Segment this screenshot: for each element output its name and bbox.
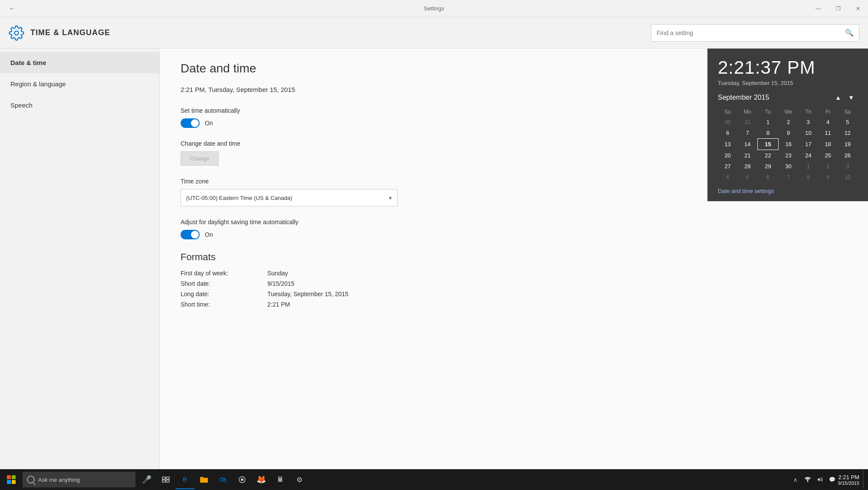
dst-toggle[interactable]: [181, 230, 200, 239]
minimize-button[interactable]: —: [808, 2, 828, 16]
calendar-day[interactable]: 15: [758, 139, 779, 150]
calendar-day-header: Sa: [838, 107, 857, 117]
dst-value: On: [205, 231, 213, 238]
calendar-day[interactable]: 1: [758, 117, 779, 127]
calendar-day[interactable]: 23: [778, 150, 798, 161]
short-time-key: Short time:: [181, 301, 267, 308]
calendar-popup: 2:21:37 PM Tuesday, September 15, 2015 S…: [707, 49, 868, 201]
calendar-day[interactable]: 22: [758, 150, 779, 161]
calendar-day[interactable]: 20: [718, 150, 737, 161]
window-title: Settings: [424, 5, 444, 12]
calendar-day[interactable]: 17: [799, 139, 818, 150]
maximize-button[interactable]: ❐: [828, 2, 848, 16]
calendar-day[interactable]: 1: [799, 161, 818, 172]
store-button[interactable]: 🛍: [214, 470, 233, 489]
calendar-next-button[interactable]: ▼: [845, 93, 858, 102]
calendar-day[interactable]: 18: [818, 139, 838, 150]
calendar-day[interactable]: 6: [718, 127, 737, 139]
set-time-auto-toggle[interactable]: [181, 118, 200, 128]
chat-icon[interactable]: 💬: [826, 470, 838, 489]
volume-icon[interactable]: [814, 470, 826, 489]
settings-taskbar-button[interactable]: ⚙: [290, 470, 309, 489]
svg-rect-5: [162, 477, 165, 479]
mic-button[interactable]: 🎤: [137, 470, 156, 489]
taskbar-search-bar[interactable]: Ask me anything: [23, 472, 135, 487]
calendar-day[interactable]: 2: [778, 117, 798, 127]
close-button[interactable]: ✕: [848, 2, 868, 16]
calendar-day[interactable]: 30: [718, 117, 737, 127]
start-button[interactable]: [2, 470, 21, 489]
calendar-day[interactable]: 16: [778, 139, 798, 150]
firefox-button[interactable]: 🦊: [252, 470, 271, 489]
calendar-day[interactable]: 21: [737, 150, 757, 161]
calendar-day[interactable]: 29: [758, 161, 779, 172]
calendar-day[interactable]: 2: [818, 161, 838, 172]
calendar-day[interactable]: 12: [838, 127, 857, 139]
taskbar-clock[interactable]: 2:21 PM 9/15/2015: [838, 474, 863, 486]
calendar-day[interactable]: 31: [737, 117, 757, 127]
calendar-day[interactable]: 4: [718, 172, 737, 183]
first-day-row: First day of week: Sunday: [181, 270, 847, 277]
calendar-day[interactable]: 10: [838, 172, 857, 183]
chevron-up-icon[interactable]: ∧: [789, 470, 802, 489]
notification-area: ∧ 💬: [789, 470, 838, 489]
svg-rect-7: [162, 480, 165, 482]
short-time-value: 2:21 PM: [267, 301, 290, 308]
calendar-day[interactable]: 9: [818, 172, 838, 183]
calculator-button[interactable]: 🖩: [271, 470, 290, 489]
date-time-settings-link[interactable]: Date and time settings: [718, 188, 858, 194]
svg-point-13: [807, 481, 809, 482]
calendar-day[interactable]: 6: [758, 172, 779, 183]
calendar-day[interactable]: 5: [737, 172, 757, 183]
sidebar-item-date-time[interactable]: Date & time: [0, 52, 159, 73]
calendar-day[interactable]: 5: [838, 117, 857, 127]
calendar-day[interactable]: 7: [737, 127, 757, 139]
calendar-day[interactable]: 26: [838, 150, 857, 161]
explorer-button[interactable]: [194, 470, 214, 489]
calendar-day[interactable]: 10: [799, 127, 818, 139]
calendar-day[interactable]: 19: [838, 139, 857, 150]
calendar-prev-button[interactable]: ▲: [832, 93, 845, 102]
task-view-button[interactable]: [156, 470, 175, 489]
calendar-day[interactable]: 13: [718, 139, 737, 150]
clock-date: Tuesday, September 15, 2015: [718, 80, 858, 86]
calendar-month-year: September 2015: [718, 94, 832, 101]
calendar-day[interactable]: 8: [799, 172, 818, 183]
cortana-app-button[interactable]: [233, 470, 252, 489]
sidebar-item-speech[interactable]: Speech: [0, 95, 159, 116]
calendar-day[interactable]: 28: [737, 161, 757, 172]
app-header: TIME & LANGUAGE 🔍: [0, 17, 868, 49]
edge-button[interactable]: e: [175, 470, 194, 489]
svg-rect-4: [12, 480, 16, 484]
clock-time: 2:21:37 PM: [718, 57, 858, 78]
short-date-row: Short date: 9/15/2015: [181, 280, 847, 287]
change-button[interactable]: Change: [181, 151, 219, 166]
calendar-day[interactable]: 25: [818, 150, 838, 161]
set-time-auto-value: On: [205, 120, 213, 127]
calendar-day[interactable]: 24: [799, 150, 818, 161]
calendar-day[interactable]: 27: [718, 161, 737, 172]
calendar-day[interactable]: 9: [778, 127, 798, 139]
svg-rect-8: [166, 480, 169, 482]
calendar-day[interactable]: 3: [838, 161, 857, 172]
calendar-day[interactable]: 7: [778, 172, 798, 183]
app-title: TIME & LANGUAGE: [30, 28, 110, 37]
show-desktop-button[interactable]: [863, 470, 866, 489]
chevron-down-icon: ▾: [389, 195, 392, 201]
svg-rect-2: [12, 475, 16, 479]
calendar-day[interactable]: 14: [737, 139, 757, 150]
timezone-dropdown[interactable]: (UTC-05:00) Eastern Time (US & Canada) ▾: [181, 189, 398, 206]
calendar-day[interactable]: 3: [799, 117, 818, 127]
search-box[interactable]: 🔍: [651, 24, 859, 42]
calendar-day[interactable]: 8: [758, 127, 779, 139]
network-icon[interactable]: [802, 470, 814, 489]
back-button[interactable]: ←: [5, 2, 19, 16]
cortana-icon: [27, 476, 35, 483]
calendar-day[interactable]: 4: [818, 117, 838, 127]
calendar-day[interactable]: 30: [778, 161, 798, 172]
calendar-day[interactable]: 11: [818, 127, 838, 139]
svg-rect-10: [200, 477, 204, 478]
sidebar-item-region-language[interactable]: Region & language: [0, 73, 159, 95]
search-input[interactable]: [657, 29, 845, 36]
long-date-key: Long date:: [181, 291, 267, 297]
